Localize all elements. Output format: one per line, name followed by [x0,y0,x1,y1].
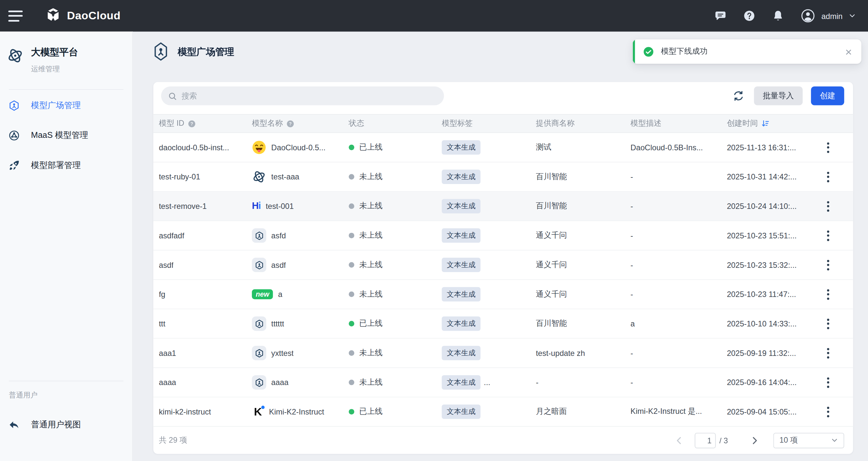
menu-toggle-icon[interactable] [8,10,24,21]
provider-name: 百川智能 [536,319,567,328]
model-id: kimi-k2-instruct [159,407,211,416]
brand-logo: DaoCloud [44,7,120,25]
row-actions-menu[interactable] [821,199,835,213]
created-time: 2025-09-19 11:32:... [727,349,796,357]
column-description: 模型描述 [630,118,662,128]
row-actions-menu[interactable] [821,375,835,390]
model-name: asdf [271,261,286,269]
created-time: 2025-10-23 15:32:... [727,261,796,269]
emoji-tongue-icon [252,140,266,154]
sidebar-item-label: MaaS 模型管理 [31,130,88,141]
hexagon-model-icon [252,228,266,242]
provider-name: - [536,378,538,387]
model-description: - [630,378,633,387]
tag-badge: 文本生成 [442,140,480,154]
row-actions-menu[interactable] [821,316,835,331]
table-row[interactable]: asdf asdf 未上线 文本生成 通义千问 - 2025-10-23 15:… [153,251,853,280]
kimi-logo-icon: K [252,405,264,418]
hexagon-user-icon [8,99,20,111]
table-row[interactable]: daocloud-0.5b-inst... DaoCloud-0.5... 已上… [153,133,853,163]
model-description: - [630,290,633,298]
status-dot [349,233,354,238]
status-dot [349,321,354,326]
status-dot [349,291,354,297]
bulk-import-button[interactable]: 批量导入 [754,86,803,106]
provider-name: 测试 [536,142,551,152]
sort-desc-icon[interactable] [761,119,770,128]
sidebar-item-model-deployment[interactable]: 模型部署管理 [0,150,132,180]
table-body: daocloud-0.5b-inst... DaoCloud-0.5... 已上… [153,133,853,427]
username: admin [822,11,843,20]
toast-close-icon[interactable]: × [845,46,852,58]
model-name: Kimi-K2-Instruct [269,407,324,416]
model-name: test-001 [266,202,294,210]
status-dot [349,145,354,150]
search-icon [168,91,177,100]
reply-arrow-icon [8,419,20,431]
page-size-select[interactable]: 10 项 [773,433,844,448]
model-description: Kimi-K2-Instruct 是... [630,407,702,416]
user-menu[interactable]: admin [800,8,856,23]
new-badge: new [252,289,273,299]
column-help-icon[interactable]: ? [188,119,196,128]
sidebar-item-maas-models[interactable]: MaaS 模型管理 [0,120,132,150]
chevron-down-icon [831,437,838,444]
created-time: 2025-10-31 14:42:... [727,172,796,181]
message-icon[interactable] [714,9,727,22]
status-label: 已上线 [359,407,382,416]
row-actions-menu[interactable] [821,346,835,360]
tag-badge: 文本生成 [442,170,480,184]
status-label: 未上线 [359,172,382,182]
notification-bell-icon[interactable] [772,9,784,22]
sidebar-item-model-marketplace[interactable]: 模型广场管理 [0,90,132,120]
tag-badge: 文本生成 [442,405,480,419]
help-icon[interactable] [743,9,755,22]
status-label: 未上线 [359,260,382,270]
page-title: 模型广场管理 [178,45,234,58]
table-row[interactable]: asdfadf asfd 未上线 文本生成 通义千问 - 2025-10-23 … [153,221,853,251]
row-actions-menu[interactable] [821,228,835,242]
column-model-id: 模型 ID [159,118,184,128]
provider-name: 通义千问 [536,260,567,270]
table-row[interactable]: test-remove-1 Hi test-001 未上线 文本生成 百川智能 … [153,192,853,221]
model-name: tttttt [271,319,284,328]
model-id: test-ruby-01 [159,172,200,181]
table-row[interactable]: aaaa aaaa 未上线 文本生成... - - 2025-09-16 14:… [153,368,853,398]
search-input[interactable] [182,91,437,100]
model-description: - [630,231,633,240]
table-row[interactable]: aaa1 yxttest 未上线 文本生成 test-update zh - 2… [153,339,853,368]
row-actions-menu[interactable] [821,140,835,154]
refresh-icon[interactable] [732,90,744,102]
daocloud-logo-icon [44,7,62,25]
next-page-icon[interactable] [749,435,760,446]
hexagon-model-icon [252,375,266,390]
page-hexagon-icon [153,42,168,61]
model-id: asdfadf [159,231,184,240]
status-dot [349,203,354,209]
hexagon-model-icon [252,258,266,272]
created-time: 2025-11-13 16:31:... [727,143,796,152]
tag-badge: 文本生成 [442,375,480,390]
row-actions-menu[interactable] [821,405,835,419]
sidebar-item-normal-user-view[interactable]: 普通用户视图 [0,410,132,439]
provider-name: 百川智能 [536,201,567,211]
table-row[interactable]: kimi-k2-instruct K Kimi-K2-Instruct 已上线 … [153,398,853,427]
tag-badge: 文本生成 [442,258,480,272]
table-row[interactable]: test-ruby-01 test-aaa 未上线 文本生成 百川智能 - 20… [153,163,853,192]
model-id: test-remove-1 [159,202,207,210]
row-actions-menu[interactable] [821,258,835,272]
create-button[interactable]: 创建 [811,86,844,106]
column-help-icon[interactable]: ? [286,119,294,128]
table-row[interactable]: fg new a 未上线 文本生成 通义千问 - 2025-10-23 11:4… [153,280,853,309]
column-created: 创建时间 [727,118,758,128]
table-row[interactable]: ttt tttttt 已上线 文本生成 百川智能 a 2025-10-10 14… [153,309,853,339]
row-actions-menu[interactable] [821,287,835,301]
column-model-name: 模型名称 [252,118,283,128]
toast-accent [633,39,635,63]
model-description: - [630,172,633,181]
page-number-input[interactable]: 1 [695,433,716,448]
row-actions-menu[interactable] [821,170,835,184]
prev-page-icon[interactable] [674,435,685,446]
sidebar-divider-bottom [9,381,123,381]
model-id: daocloud-0.5b-inst... [159,143,229,152]
